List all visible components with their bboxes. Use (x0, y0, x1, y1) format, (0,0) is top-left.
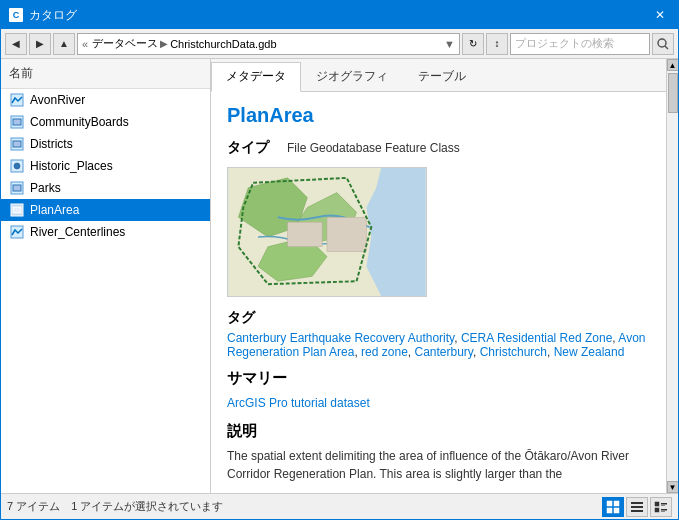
svg-rect-30 (655, 502, 659, 506)
tag-link[interactable]: Canterbury Earthquake Recovery Authority (227, 331, 454, 345)
svg-rect-34 (661, 509, 667, 511)
tab-metadata[interactable]: メタデータ (211, 62, 301, 92)
catalog-window: C カタログ ✕ ◀ ▶ ▲ « データベース ▶ ChristchurchDa… (0, 0, 679, 520)
feature-title: PlanArea (227, 104, 650, 127)
tag-link[interactable]: New Zealand (554, 345, 625, 359)
list-item[interactable]: AvonRiver (1, 89, 210, 111)
tag-link[interactable]: CERA Residential Red Zone (461, 331, 612, 345)
up-button[interactable]: ▲ (53, 33, 75, 55)
panel-header: 名前 (1, 59, 210, 89)
scrollbar[interactable]: ▲ ▼ (666, 59, 678, 493)
line-feature-icon (9, 224, 25, 240)
svg-rect-12 (13, 207, 21, 213)
view-icon-button-2[interactable] (626, 497, 648, 517)
description-header: 説明 (227, 422, 650, 441)
type-row: タイプ File Geodatabase Feature Class (227, 139, 650, 157)
sort-button[interactable]: ↕ (486, 33, 508, 55)
line-feature-icon (9, 92, 25, 108)
address-path: データベース ▶ ChristchurchData.gdb (92, 36, 276, 51)
list-item[interactable]: PlanArea (1, 199, 210, 221)
item-label: AvonRiver (30, 93, 85, 107)
map-thumbnail (227, 167, 427, 297)
svg-rect-20 (288, 222, 322, 247)
back-button[interactable]: ◀ (5, 33, 27, 55)
scroll-track (667, 71, 679, 481)
left-panel: 名前 AvonRiver (1, 59, 211, 493)
summary-link[interactable]: ArcGIS Pro tutorial dataset (227, 396, 370, 410)
search-placeholder: プロジェクトの検索 (515, 36, 614, 51)
svg-rect-32 (661, 505, 665, 506)
status-bar: 7 アイテム 1 アイテムが選択されています (1, 493, 678, 519)
scroll-thumb[interactable] (668, 73, 678, 113)
tags-value: Canterbury Earthquake Recovery Authority… (227, 331, 650, 359)
summary-header: サマリー (227, 369, 650, 388)
svg-rect-10 (13, 185, 21, 191)
search-field[interactable]: プロジェクトの検索 (510, 33, 650, 55)
scroll-down-button[interactable]: ▼ (667, 481, 679, 493)
item-label: CommunityBoards (30, 115, 129, 129)
list-item[interactable]: Parks (1, 177, 210, 199)
view-icon-button-3[interactable] (650, 497, 672, 517)
description-content: The spatial extent delimiting the area o… (227, 447, 650, 483)
item-label: Historic_Places (30, 159, 113, 173)
view-icon-button-1[interactable] (602, 497, 624, 517)
summary-section: サマリー ArcGIS Pro tutorial dataset (227, 369, 650, 412)
tab-geography[interactable]: ジオグラフィ (301, 62, 403, 91)
item-label: Districts (30, 137, 73, 151)
svg-rect-24 (614, 501, 619, 506)
list-item[interactable]: Historic_Places (1, 155, 210, 177)
right-panel: メタデータ ジオグラフィ テーブル PlanArea タイプ File Geod… (211, 59, 666, 493)
search-button[interactable] (652, 33, 674, 55)
detail-view-icon (654, 500, 668, 514)
window-title: カタログ (29, 7, 644, 24)
tab-table[interactable]: テーブル (403, 62, 481, 91)
svg-rect-29 (631, 510, 643, 512)
detail-panel: PlanArea タイプ File Geodatabase Feature Cl… (211, 92, 666, 493)
status-icons (602, 497, 672, 517)
tag-link[interactable]: red zone (361, 345, 408, 359)
title-bar: C カタログ ✕ (1, 1, 678, 29)
dropdown-arrow: ▼ (444, 38, 455, 50)
polygon-feature-icon (9, 180, 25, 196)
path-part1: データベース (92, 36, 158, 51)
polygon-feature-icon (9, 202, 25, 218)
main-content: 名前 AvonRiver (1, 59, 678, 493)
address-bar: ◀ ▶ ▲ « データベース ▶ ChristchurchData.gdb ▼ … (1, 29, 678, 59)
tag-link[interactable]: Canterbury (414, 345, 472, 359)
list-item[interactable]: River_Centerlines (1, 221, 210, 243)
forward-button[interactable]: ▶ (29, 33, 51, 55)
svg-point-8 (14, 163, 20, 169)
file-list: AvonRiver CommunityBoards (1, 89, 210, 493)
close-button[interactable]: ✕ (650, 5, 670, 25)
svg-line-1 (665, 46, 668, 49)
summary-content: ArcGIS Pro tutorial dataset (227, 394, 650, 412)
svg-rect-23 (607, 501, 612, 506)
tab-bar: メタデータ ジオグラフィ テーブル (211, 59, 666, 92)
svg-rect-35 (661, 511, 665, 512)
address-field[interactable]: « データベース ▶ ChristchurchData.gdb ▼ (77, 33, 460, 55)
svg-rect-27 (631, 502, 643, 504)
search-icon (657, 38, 669, 50)
item-label: Parks (30, 181, 61, 195)
tags-label: タグ (227, 309, 277, 327)
grid-view-icon (606, 500, 620, 514)
refresh-button[interactable]: ↻ (462, 33, 484, 55)
list-item[interactable]: CommunityBoards (1, 111, 210, 133)
status-text: 7 アイテム 1 アイテムが選択されています (7, 499, 602, 514)
path-separator1: ▶ (160, 38, 168, 49)
type-label: タイプ (227, 139, 277, 157)
list-view-icon (630, 500, 644, 514)
svg-rect-6 (13, 141, 21, 147)
svg-rect-19 (327, 217, 366, 251)
tag-link[interactable]: Christchurch (480, 345, 547, 359)
svg-rect-28 (631, 506, 643, 508)
path-prefix: « (82, 38, 88, 50)
list-item[interactable]: Districts (1, 133, 210, 155)
svg-rect-31 (661, 503, 667, 505)
scroll-up-button[interactable]: ▲ (667, 59, 679, 71)
point-feature-icon (9, 158, 25, 174)
svg-point-0 (658, 39, 666, 47)
polygon-feature-icon (9, 114, 25, 130)
polygon-feature-icon (9, 136, 25, 152)
item-label: PlanArea (30, 203, 79, 217)
